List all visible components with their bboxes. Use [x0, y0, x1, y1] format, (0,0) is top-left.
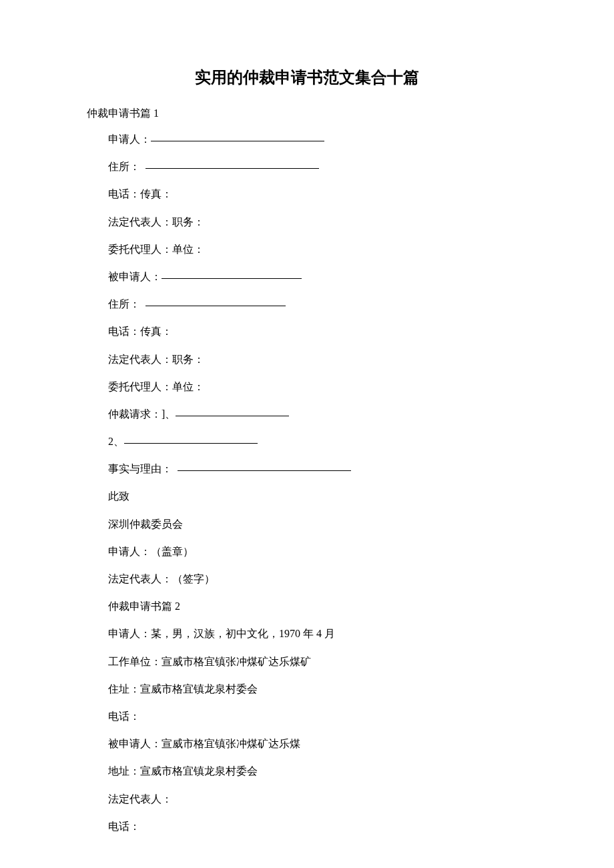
s1-legalrep2: 法定代表人：职务： — [108, 350, 527, 368]
s2-applicant: 申请人：某，男，汉族，初中文化，1970 年 4 月 — [108, 624, 527, 642]
blank — [151, 131, 324, 141]
s1-cizhi: 此致 — [108, 487, 527, 505]
s1-address: 住所： — [108, 157, 527, 175]
s1-legalrep-sign: 法定代表人：（签字） — [108, 570, 527, 588]
blank — [178, 460, 351, 471]
s1-facts: 事实与理由： — [108, 460, 527, 478]
section-2-header: 仲裁申请书篇 2 — [108, 597, 527, 615]
s2-address2: 地址：宣威市格宜镇龙泉村委会 — [108, 762, 527, 780]
s1-phonefax: 电话：传真： — [108, 185, 527, 203]
label-facts: 事实与理由： — [108, 463, 172, 474]
label-item2: 2、 — [108, 436, 124, 447]
blank — [145, 158, 319, 169]
label-request: 仲裁请求：]、 — [108, 408, 176, 420]
s2-address: 住址：宣威市格宜镇龙泉村委会 — [108, 680, 527, 698]
s2-respondent: 被申请人：宣威市格宜镇张冲煤矿达乐煤 — [108, 735, 527, 753]
s1-respondent: 被申请人： — [108, 268, 527, 286]
s1-legalrep: 法定代表人：职务： — [108, 213, 527, 231]
s1-item2: 2、 — [108, 432, 527, 450]
s1-phonefax2: 电话：传真： — [108, 322, 527, 340]
blank — [176, 406, 289, 416]
s1-committee: 深圳仲裁委员会 — [108, 515, 527, 533]
s2-workunit: 工作单位：宣威市格宜镇张冲煤矿达乐煤矿 — [108, 653, 527, 671]
s2-legalrep: 法定代表人： — [108, 790, 527, 808]
label-respondent: 被申请人： — [108, 271, 162, 282]
s1-agent2: 委托代理人：单位： — [108, 378, 527, 396]
blank — [124, 433, 258, 444]
blank — [162, 268, 302, 279]
s1-agent: 委托代理人：单位： — [108, 240, 527, 258]
s1-applicant-seal: 申请人：（盖章） — [108, 542, 527, 560]
s2-phone2: 电话： — [108, 817, 527, 835]
s2-phone: 电话： — [108, 707, 527, 725]
s1-applicant: 申请人： — [108, 130, 527, 148]
label-applicant: 申请人： — [108, 133, 151, 145]
label-address: 住所： — [108, 161, 140, 172]
s1-request: 仲裁请求：]、 — [108, 405, 527, 423]
section-1-header: 仲裁申请书篇 1 — [87, 107, 527, 121]
blank — [145, 296, 286, 306]
label-address2: 住所： — [108, 298, 140, 310]
s1-address2: 住所： — [108, 295, 527, 313]
page-title: 实用的仲裁申请书范文集合十篇 — [87, 67, 527, 88]
